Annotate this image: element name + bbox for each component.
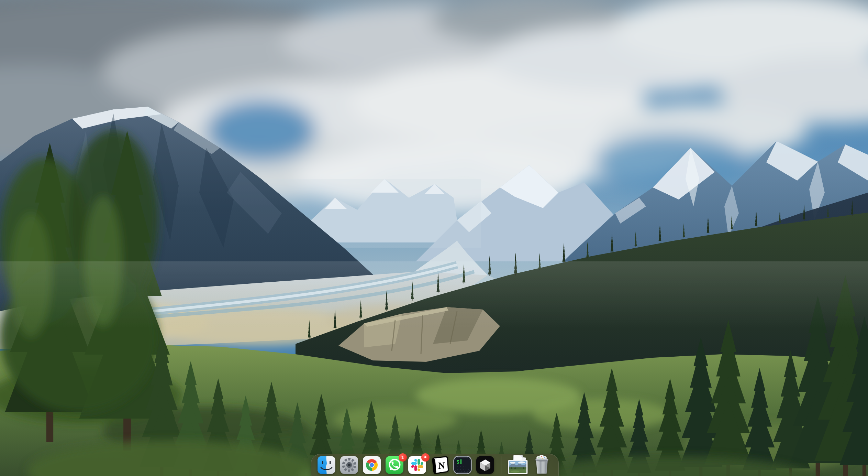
dock-item-cube-app[interactable] — [476, 456, 494, 474]
settings-gear-icon — [340, 456, 358, 474]
desktop: 1 • N $ — [0, 0, 868, 476]
dock-item-notion[interactable]: N — [431, 456, 449, 474]
dock-item-slack[interactable]: • — [408, 456, 426, 474]
dock: 1 • N $ — [311, 454, 559, 476]
notion-letter: N — [438, 460, 445, 471]
finder-icon — [317, 456, 336, 474]
dock-separator — [501, 456, 501, 474]
terminal-prompt: $ — [456, 459, 459, 465]
trash-full-icon — [533, 455, 550, 475]
horizon-haze — [0, 261, 868, 330]
dock-item-system-settings[interactable] — [340, 456, 358, 474]
screenshot-file-icon — [508, 455, 529, 475]
dock-item-whatsapp[interactable]: 1 — [385, 456, 404, 474]
dock-item-screenshot-stack[interactable] — [508, 455, 529, 475]
cube-3d-icon — [476, 456, 494, 474]
whatsapp-notification-badge: 1 — [399, 453, 407, 462]
slack-notification-badge: • — [421, 453, 430, 462]
terminal-icon: $ — [453, 456, 472, 474]
dock-item-finder[interactable] — [317, 456, 336, 474]
dock-item-chrome[interactable] — [363, 456, 381, 474]
notion-icon: N — [431, 456, 449, 474]
chrome-icon — [363, 456, 381, 474]
dock-item-terminal[interactable]: $ — [453, 456, 472, 474]
dock-item-trash[interactable] — [533, 455, 550, 475]
wallpaper-image — [0, 0, 868, 476]
